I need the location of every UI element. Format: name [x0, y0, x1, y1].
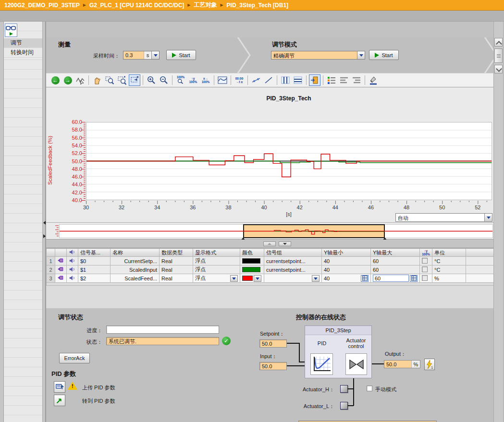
color-dropdown[interactable] [254, 275, 261, 282]
splitter-expand-icon[interactable] [263, 241, 276, 246]
display-mode-combo[interactable]: 自动 [395, 213, 492, 222]
chevron-down-icon[interactable] [151, 51, 159, 59]
commissioning-pane: 测量 采样时间： 0.3 s Start 调节模式 精确调节 Start [46, 22, 493, 422]
sidebar-item-tuning[interactable]: 调节 [4, 38, 42, 48]
autoscale-checkbox[interactable] [422, 266, 428, 272]
lightning-icon[interactable]: 1 [424, 359, 435, 370]
left-edge-strip [0, 22, 4, 422]
col-datatype[interactable]: 数据类型 [160, 249, 193, 257]
col-name[interactable]: 名称 [111, 249, 160, 257]
progress-field[interactable] [106, 326, 219, 334]
align-right-icon[interactable] [351, 74, 362, 86]
tuning-mode-value[interactable]: 精确调节 [271, 51, 357, 59]
upload-pid-params-button[interactable] [54, 381, 65, 393]
plot-area[interactable] [86, 122, 492, 200]
speaker-icon[interactable] [67, 274, 78, 283]
table-row[interactable]: 2 $1 ScaledInput Real 浮点 currentsetpoint… [47, 265, 494, 274]
horizontal-splitter[interactable] [46, 240, 494, 248]
sidebar-splitter[interactable] [42, 22, 46, 422]
manual-mode-checkbox[interactable] [367, 386, 372, 391]
forward-icon[interactable]: → [62, 74, 74, 86]
output-value[interactable]: 50.0 [384, 361, 411, 368]
legend-items-icon[interactable] [326, 74, 337, 86]
monitor-glasses-icon[interactable] [5, 24, 17, 37]
measure-cursor-icon[interactable] [74, 74, 86, 86]
zoom-out-icon[interactable] [158, 74, 170, 86]
col-signal[interactable]: 信号基... [78, 249, 111, 257]
col-unit[interactable]: 单位 [432, 249, 466, 257]
breadcrumb-object[interactable]: PID_3Step_Tech [DB1] [227, 2, 288, 9]
region-select-icon[interactable] [129, 74, 140, 86]
y-tick-label: 52.0 [63, 150, 82, 156]
table-row[interactable]: 1 $0 CurrentSetp... Real 浮点 currentsetpo… [47, 257, 494, 265]
breadcrumb-plc[interactable]: G2_PLC_1 [CPU 1214C DC/DC/DC] [89, 2, 184, 9]
color-swatch[interactable] [242, 276, 253, 281]
y-tick-label: 42.0 [63, 190, 82, 195]
vertical-scrollbar[interactable] [493, 22, 503, 422]
pid-curve-icon [310, 353, 333, 375]
vertical-rulers-icon[interactable] [280, 74, 291, 86]
format-dropdown[interactable] [230, 275, 238, 282]
pid-block-title: PID_3Step [305, 326, 371, 335]
back-icon[interactable]: ← [49, 74, 61, 86]
sampling-time-value[interactable]: 0.3 [123, 51, 144, 59]
trace-overview[interactable] [46, 223, 494, 240]
background-color-icon[interactable] [368, 74, 379, 86]
col-color[interactable]: 颜色 [240, 249, 264, 257]
chevron-down-icon[interactable] [357, 51, 365, 59]
tuning-start-button[interactable]: Start [369, 50, 399, 60]
curve-display-icon[interactable] [217, 74, 228, 86]
breadcrumb-project[interactable]: 1200G2_DEMO_PID_3STEP [4, 2, 80, 9]
interpolation-icon[interactable] [263, 74, 274, 86]
autoscale-checkbox[interactable] [422, 275, 428, 281]
group-dropdown[interactable] [312, 275, 320, 282]
horizontal-rulers-icon[interactable] [292, 74, 304, 86]
goto-pid-params-button[interactable] [54, 395, 65, 406]
scroll-down-icon[interactable] [494, 65, 503, 73]
zoom-select-icon[interactable] [104, 74, 115, 86]
col-autoscale[interactable]: ↑y100% [420, 249, 432, 257]
scroll-up-icon[interactable] [494, 38, 503, 47]
zoom-100-icon[interactable]: 100% [175, 74, 186, 86]
input-field[interactable]: 50.0 [259, 362, 287, 370]
time-range-icon[interactable]: 00:00→t ± [234, 74, 245, 86]
zoom-in-icon[interactable] [146, 74, 157, 86]
speaker-icon[interactable] [67, 265, 78, 274]
scroll-thumb[interactable] [494, 48, 503, 63]
legend-panel-icon[interactable] [309, 74, 320, 86]
setpoint-field[interactable]: 50.0 [259, 339, 287, 348]
y-tick-label: 56.0 [63, 135, 82, 141]
speaker-icon[interactable] [67, 257, 78, 265]
value-list-icon[interactable] [361, 275, 369, 282]
breadcrumb: 1200G2_DEMO_PID_3STEP ▶ G2_PLC_1 [CPU 12… [0, 0, 504, 11]
zoom-dynamic-icon[interactable] [116, 74, 128, 86]
trace-tag-icon [55, 265, 67, 274]
scale-x-100-icon[interactable]: x→100% [200, 74, 211, 86]
measurement-start-button[interactable]: Start [166, 50, 196, 60]
color-swatch[interactable] [242, 258, 260, 264]
trace-chart[interactable]: PID_3Step_Tech ScaledFeedback (%) 40.042… [46, 87, 494, 223]
table-row-selected[interactable]: 3 $2 ScaledFeed... Real 浮点 40 60 % [47, 274, 494, 283]
align-left-icon[interactable] [338, 74, 350, 86]
samples-icon[interactable] [250, 74, 262, 86]
splitter-collapse-icon[interactable] [279, 241, 291, 246]
actuator-label: Actuator control [342, 338, 370, 349]
error-ack-button[interactable]: ErrorAck [59, 353, 90, 363]
chevron-down-icon[interactable] [484, 214, 492, 221]
ymax-edit-field[interactable]: 60 [373, 275, 409, 282]
sampling-time-combo[interactable]: 0.3 s [123, 51, 160, 60]
breadcrumb-tech-objects[interactable]: 工艺对象 [194, 1, 217, 9]
col-ymax[interactable]: Y轴最大 [371, 249, 420, 257]
autoscale-checkbox[interactable] [422, 258, 428, 264]
actuator-h-label: Actuator_H： [267, 386, 334, 393]
col-ymin[interactable]: Y轴最小 [322, 249, 371, 257]
pan-icon[interactable] [91, 74, 103, 86]
scale-y-100-icon[interactable]: ↑y100% [187, 74, 199, 86]
value-list-icon[interactable] [410, 275, 418, 282]
sidebar-item-transition-time[interactable]: 转换时间 [4, 48, 42, 58]
col-group[interactable]: 信号组 [264, 249, 322, 257]
color-swatch[interactable] [242, 267, 260, 272]
display-mode-value[interactable]: 自动 [396, 214, 484, 221]
tuning-mode-combo[interactable]: 精确调节 [271, 51, 365, 60]
col-format[interactable]: 显示格式 [193, 249, 240, 257]
